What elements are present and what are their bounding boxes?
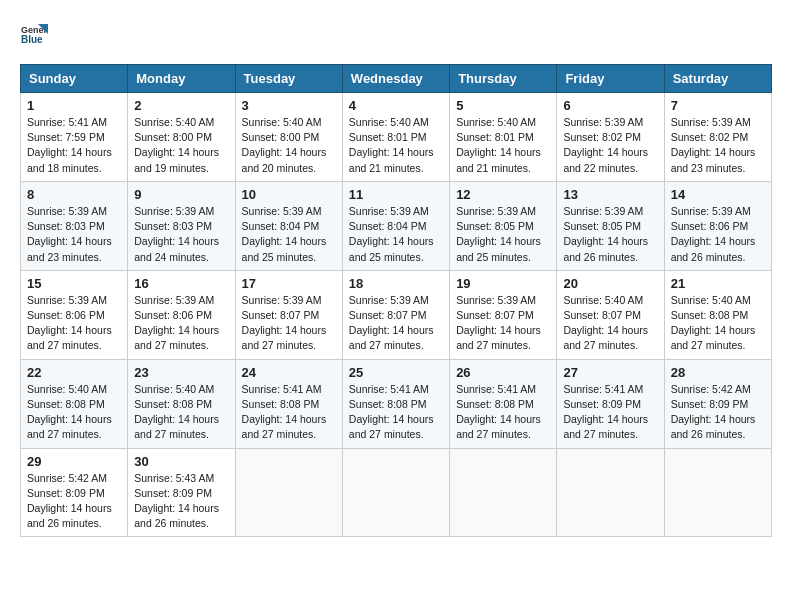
calendar-cell: 24 Sunrise: 5:41 AM Sunset: 8:08 PM Dayl… bbox=[235, 359, 342, 448]
daylight-label: Daylight: 14 hours and 27 minutes. bbox=[563, 413, 648, 440]
day-number: 17 bbox=[242, 276, 336, 291]
page-header: General Blue bbox=[20, 20, 772, 48]
day-number: 11 bbox=[349, 187, 443, 202]
daylight-label: Daylight: 14 hours and 22 minutes. bbox=[563, 146, 648, 173]
cell-content: Sunrise: 5:41 AM Sunset: 7:59 PM Dayligh… bbox=[27, 115, 121, 176]
column-header-sunday: Sunday bbox=[21, 65, 128, 93]
daylight-label: Daylight: 14 hours and 27 minutes. bbox=[456, 324, 541, 351]
sunrise-label: Sunrise: 5:41 AM bbox=[242, 383, 322, 395]
calendar-cell: 29 Sunrise: 5:42 AM Sunset: 8:09 PM Dayl… bbox=[21, 448, 128, 537]
sunrise-label: Sunrise: 5:42 AM bbox=[671, 383, 751, 395]
cell-content: Sunrise: 5:40 AM Sunset: 8:01 PM Dayligh… bbox=[349, 115, 443, 176]
sunset-label: Sunset: 8:05 PM bbox=[456, 220, 534, 232]
sunset-label: Sunset: 8:02 PM bbox=[671, 131, 749, 143]
cell-content: Sunrise: 5:39 AM Sunset: 8:07 PM Dayligh… bbox=[349, 293, 443, 354]
sunset-label: Sunset: 7:59 PM bbox=[27, 131, 105, 143]
column-header-tuesday: Tuesday bbox=[235, 65, 342, 93]
sunset-label: Sunset: 8:03 PM bbox=[27, 220, 105, 232]
calendar-cell bbox=[557, 448, 664, 537]
day-number: 19 bbox=[456, 276, 550, 291]
calendar-cell: 23 Sunrise: 5:40 AM Sunset: 8:08 PM Dayl… bbox=[128, 359, 235, 448]
sunset-label: Sunset: 8:09 PM bbox=[134, 487, 212, 499]
cell-content: Sunrise: 5:40 AM Sunset: 8:07 PM Dayligh… bbox=[563, 293, 657, 354]
daylight-label: Daylight: 14 hours and 26 minutes. bbox=[671, 235, 756, 262]
cell-content: Sunrise: 5:39 AM Sunset: 8:04 PM Dayligh… bbox=[349, 204, 443, 265]
day-number: 29 bbox=[27, 454, 121, 469]
sunset-label: Sunset: 8:07 PM bbox=[456, 309, 534, 321]
cell-content: Sunrise: 5:39 AM Sunset: 8:06 PM Dayligh… bbox=[671, 204, 765, 265]
calendar-cell bbox=[235, 448, 342, 537]
sunset-label: Sunset: 8:07 PM bbox=[563, 309, 641, 321]
sunrise-label: Sunrise: 5:42 AM bbox=[27, 472, 107, 484]
daylight-label: Daylight: 14 hours and 27 minutes. bbox=[134, 413, 219, 440]
calendar-cell: 30 Sunrise: 5:43 AM Sunset: 8:09 PM Dayl… bbox=[128, 448, 235, 537]
calendar-cell: 4 Sunrise: 5:40 AM Sunset: 8:01 PM Dayli… bbox=[342, 93, 449, 182]
calendar-cell: 9 Sunrise: 5:39 AM Sunset: 8:03 PM Dayli… bbox=[128, 181, 235, 270]
sunset-label: Sunset: 8:09 PM bbox=[671, 398, 749, 410]
day-number: 28 bbox=[671, 365, 765, 380]
daylight-label: Daylight: 14 hours and 27 minutes. bbox=[242, 324, 327, 351]
calendar-week-5: 29 Sunrise: 5:42 AM Sunset: 8:09 PM Dayl… bbox=[21, 448, 772, 537]
cell-content: Sunrise: 5:39 AM Sunset: 8:07 PM Dayligh… bbox=[456, 293, 550, 354]
daylight-label: Daylight: 14 hours and 26 minutes. bbox=[563, 235, 648, 262]
daylight-label: Daylight: 14 hours and 20 minutes. bbox=[242, 146, 327, 173]
sunset-label: Sunset: 8:06 PM bbox=[671, 220, 749, 232]
calendar-cell: 22 Sunrise: 5:40 AM Sunset: 8:08 PM Dayl… bbox=[21, 359, 128, 448]
calendar-cell: 1 Sunrise: 5:41 AM Sunset: 7:59 PM Dayli… bbox=[21, 93, 128, 182]
daylight-label: Daylight: 14 hours and 26 minutes. bbox=[27, 502, 112, 529]
calendar-cell: 18 Sunrise: 5:39 AM Sunset: 8:07 PM Dayl… bbox=[342, 270, 449, 359]
sunrise-label: Sunrise: 5:39 AM bbox=[242, 205, 322, 217]
daylight-label: Daylight: 14 hours and 27 minutes. bbox=[27, 413, 112, 440]
cell-content: Sunrise: 5:40 AM Sunset: 8:00 PM Dayligh… bbox=[134, 115, 228, 176]
sunset-label: Sunset: 8:01 PM bbox=[456, 131, 534, 143]
calendar-cell: 8 Sunrise: 5:39 AM Sunset: 8:03 PM Dayli… bbox=[21, 181, 128, 270]
calendar-cell bbox=[342, 448, 449, 537]
sunrise-label: Sunrise: 5:39 AM bbox=[563, 205, 643, 217]
calendar-cell: 10 Sunrise: 5:39 AM Sunset: 8:04 PM Dayl… bbox=[235, 181, 342, 270]
cell-content: Sunrise: 5:39 AM Sunset: 8:03 PM Dayligh… bbox=[134, 204, 228, 265]
calendar-cell: 13 Sunrise: 5:39 AM Sunset: 8:05 PM Dayl… bbox=[557, 181, 664, 270]
calendar-cell: 11 Sunrise: 5:39 AM Sunset: 8:04 PM Dayl… bbox=[342, 181, 449, 270]
sunrise-label: Sunrise: 5:39 AM bbox=[456, 294, 536, 306]
daylight-label: Daylight: 14 hours and 25 minutes. bbox=[349, 235, 434, 262]
sunrise-label: Sunrise: 5:39 AM bbox=[134, 205, 214, 217]
sunset-label: Sunset: 8:08 PM bbox=[27, 398, 105, 410]
day-number: 5 bbox=[456, 98, 550, 113]
cell-content: Sunrise: 5:39 AM Sunset: 8:04 PM Dayligh… bbox=[242, 204, 336, 265]
sunrise-label: Sunrise: 5:39 AM bbox=[27, 205, 107, 217]
day-number: 3 bbox=[242, 98, 336, 113]
calendar-cell: 20 Sunrise: 5:40 AM Sunset: 8:07 PM Dayl… bbox=[557, 270, 664, 359]
sunset-label: Sunset: 8:09 PM bbox=[563, 398, 641, 410]
day-number: 18 bbox=[349, 276, 443, 291]
day-number: 1 bbox=[27, 98, 121, 113]
day-number: 7 bbox=[671, 98, 765, 113]
day-number: 15 bbox=[27, 276, 121, 291]
sunset-label: Sunset: 8:00 PM bbox=[134, 131, 212, 143]
sunset-label: Sunset: 8:06 PM bbox=[134, 309, 212, 321]
calendar-cell: 19 Sunrise: 5:39 AM Sunset: 8:07 PM Dayl… bbox=[450, 270, 557, 359]
day-number: 2 bbox=[134, 98, 228, 113]
sunset-label: Sunset: 8:04 PM bbox=[242, 220, 320, 232]
column-header-friday: Friday bbox=[557, 65, 664, 93]
sunrise-label: Sunrise: 5:40 AM bbox=[349, 116, 429, 128]
sunset-label: Sunset: 8:07 PM bbox=[349, 309, 427, 321]
sunrise-label: Sunrise: 5:40 AM bbox=[563, 294, 643, 306]
column-header-saturday: Saturday bbox=[664, 65, 771, 93]
calendar-week-1: 1 Sunrise: 5:41 AM Sunset: 7:59 PM Dayli… bbox=[21, 93, 772, 182]
sunset-label: Sunset: 8:08 PM bbox=[134, 398, 212, 410]
sunrise-label: Sunrise: 5:41 AM bbox=[349, 383, 429, 395]
daylight-label: Daylight: 14 hours and 27 minutes. bbox=[456, 413, 541, 440]
daylight-label: Daylight: 14 hours and 19 minutes. bbox=[134, 146, 219, 173]
calendar-cell: 5 Sunrise: 5:40 AM Sunset: 8:01 PM Dayli… bbox=[450, 93, 557, 182]
cell-content: Sunrise: 5:39 AM Sunset: 8:07 PM Dayligh… bbox=[242, 293, 336, 354]
sunset-label: Sunset: 8:04 PM bbox=[349, 220, 427, 232]
calendar-cell: 12 Sunrise: 5:39 AM Sunset: 8:05 PM Dayl… bbox=[450, 181, 557, 270]
daylight-label: Daylight: 14 hours and 21 minutes. bbox=[456, 146, 541, 173]
cell-content: Sunrise: 5:40 AM Sunset: 8:08 PM Dayligh… bbox=[671, 293, 765, 354]
sunset-label: Sunset: 8:08 PM bbox=[456, 398, 534, 410]
sunrise-label: Sunrise: 5:40 AM bbox=[134, 116, 214, 128]
calendar-cell: 28 Sunrise: 5:42 AM Sunset: 8:09 PM Dayl… bbox=[664, 359, 771, 448]
day-number: 12 bbox=[456, 187, 550, 202]
sunset-label: Sunset: 8:07 PM bbox=[242, 309, 320, 321]
sunrise-label: Sunrise: 5:39 AM bbox=[671, 205, 751, 217]
